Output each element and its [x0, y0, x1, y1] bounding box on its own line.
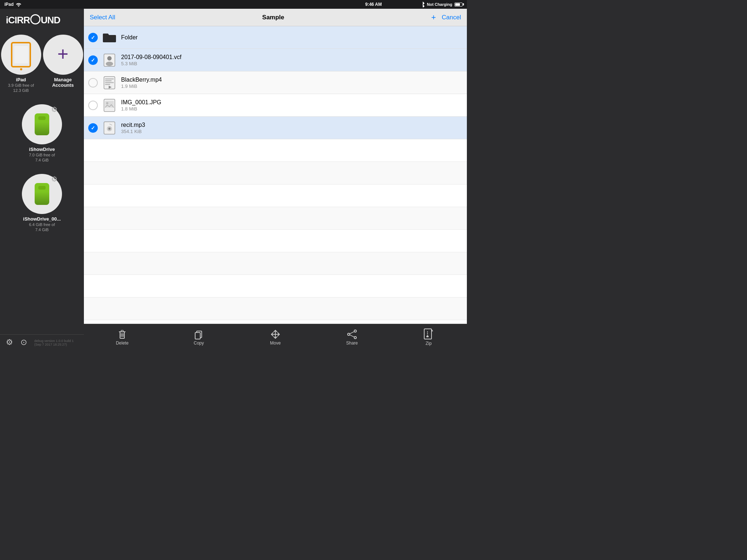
move-label: Move — [270, 341, 280, 346]
toolbar-title: Sample — [262, 14, 284, 21]
manage-label: ManageAccounts — [52, 77, 74, 88]
device-ishowdrive2[interactable]: ⚙ iShowDrive_00... 6.4 GiB free of 7.4 G… — [0, 171, 84, 235]
ipad-icon — [11, 42, 31, 67]
app-logo: iCIRRUND — [0, 9, 84, 29]
ipad-storage2: 12.3 GiB — [13, 88, 29, 93]
zip-tool[interactable]: Zip — [416, 328, 441, 346]
file-checkbox-mp4[interactable] — [88, 78, 98, 88]
ishowdrive-storage: 7.0 GiB free of — [29, 153, 55, 157]
file-checkbox-jpg[interactable] — [88, 101, 98, 110]
svg-point-26 — [348, 333, 350, 335]
empty-row-5 — [84, 230, 467, 252]
svg-point-27 — [354, 330, 356, 332]
delete-tool[interactable]: Delete — [109, 329, 135, 346]
video-icon — [104, 76, 115, 89]
drive-icon-1 — [35, 113, 49, 135]
file-list: Folder 2017-09-08-090401.vcf 5.3 MiB — [84, 26, 467, 324]
move-tool[interactable]: Move — [263, 329, 288, 346]
svg-point-14 — [108, 128, 111, 130]
mp4-size: 1.9 MiB — [121, 83, 462, 89]
camera-icon[interactable]: ⊙ — [20, 338, 27, 347]
audio-icon — [104, 121, 115, 135]
logo-text: iCIRRUND — [6, 13, 60, 26]
settings-icon[interactable]: ⚙ — [6, 338, 13, 347]
file-row-mp4[interactable]: BlackBerry.mp4 1.9 MiB — [84, 71, 467, 94]
vcf-size: 5.3 MiB — [121, 61, 462, 66]
ishowdrive-storage2: 7.4 GiB — [35, 158, 49, 162]
empty-row-1 — [84, 139, 467, 162]
file-checkbox-folder[interactable] — [88, 33, 98, 42]
manage-accounts[interactable]: + ManageAccounts — [42, 32, 84, 96]
file-toolbar: Select All Sample + Cancel — [84, 9, 467, 26]
device-ipad[interactable]: iPad 3.9 GiB free of 12.3 GiB — [0, 32, 42, 96]
delete-icon — [117, 329, 127, 340]
file-row-jpg[interactable]: IMG_0001.JPG 1.8 MiB — [84, 94, 467, 117]
ishowdrive-name: iShowDrive — [29, 147, 55, 152]
share-icon — [347, 329, 357, 340]
select-all-button[interactable]: Select All — [90, 14, 115, 21]
jpg-icon-wrap — [102, 98, 117, 113]
mp4-info: BlackBerry.mp4 1.9 MiB — [121, 77, 462, 89]
folder-name: Folder — [121, 34, 462, 41]
mp3-icon-wrap — [102, 121, 117, 135]
cancel-button[interactable]: Cancel — [442, 14, 461, 21]
ishowdrive2-circle: ⚙ — [22, 174, 62, 214]
copy-label: Copy — [194, 341, 204, 346]
manage-plus-icon: + — [57, 44, 68, 63]
empty-row-4 — [84, 207, 467, 230]
vcf-info: 2017-09-08-090401.vcf 5.3 MiB — [121, 54, 462, 66]
empty-row-2 — [84, 162, 467, 184]
zip-icon — [424, 328, 433, 340]
contact-icon — [104, 54, 115, 67]
file-row-folder[interactable]: Folder — [84, 26, 467, 49]
ishowdrive2-name: iShowDrive_00... — [23, 216, 61, 222]
mp3-size: 354.1 KiB — [121, 129, 462, 134]
empty-row-8 — [84, 298, 467, 320]
svg-rect-4 — [105, 78, 114, 79]
ipad-circle — [1, 35, 41, 75]
gear-badge-2: ⚙ — [51, 175, 61, 185]
empty-row-6 — [84, 252, 467, 275]
empty-row-3 — [84, 184, 467, 207]
status-bar: iPad 9:46 AM Not Charging — [0, 0, 467, 9]
mp4-icon-wrap — [102, 75, 117, 90]
svg-rect-23 — [195, 332, 200, 339]
svg-rect-36 — [426, 336, 429, 337]
battery-label: Not Charging — [427, 2, 452, 7]
svg-rect-7 — [105, 84, 110, 85]
svg-point-11 — [106, 102, 108, 104]
battery-icon — [454, 3, 462, 7]
svg-point-2 — [106, 62, 113, 66]
svg-rect-18 — [121, 330, 123, 332]
right-panel: Select All Sample + Cancel Folder — [84, 9, 467, 350]
delete-label: Delete — [116, 341, 129, 346]
mp3-info: recit.mp3 354.1 KiB — [121, 122, 462, 134]
ishowdrive2-storage2: 7.4 GiB — [35, 228, 49, 232]
file-checkbox-vcf[interactable] — [88, 55, 98, 65]
file-row-vcf[interactable]: 2017-09-08-090401.vcf 5.3 MiB — [84, 49, 467, 71]
ipad-label: iPad — [4, 2, 13, 7]
drive-icon-2 — [35, 183, 49, 205]
zip-label: Zip — [426, 341, 432, 346]
file-row-mp3[interactable]: recit.mp3 354.1 KiB — [84, 117, 467, 139]
device-ishowdrive[interactable]: ⚙ iShowDrive 7.0 GiB free of 7.4 GiB — [0, 101, 84, 165]
file-checkbox-mp3[interactable] — [88, 123, 98, 133]
share-tool[interactable]: Share — [339, 329, 365, 346]
mp4-name: BlackBerry.mp4 — [121, 77, 462, 83]
wifi-icon — [16, 2, 22, 7]
copy-icon — [194, 329, 204, 340]
folder-icon-wrap — [102, 30, 117, 45]
vcf-icon-wrap — [102, 53, 117, 67]
copy-tool[interactable]: Copy — [186, 329, 212, 346]
folder-info: Folder — [121, 34, 462, 41]
move-icon — [270, 329, 281, 340]
ishowdrive-circle: ⚙ — [22, 104, 62, 144]
gear-badge-1: ⚙ — [51, 105, 61, 115]
svg-line-29 — [350, 331, 354, 334]
svg-rect-5 — [105, 80, 112, 81]
add-button[interactable]: + — [431, 13, 436, 22]
jpg-name: IMG_0001.JPG — [121, 99, 462, 106]
bottom-toolbar: Delete Copy Move — [84, 324, 467, 350]
ipad-storage: 3.9 GiB free of — [8, 83, 34, 88]
share-label: Share — [346, 341, 358, 346]
